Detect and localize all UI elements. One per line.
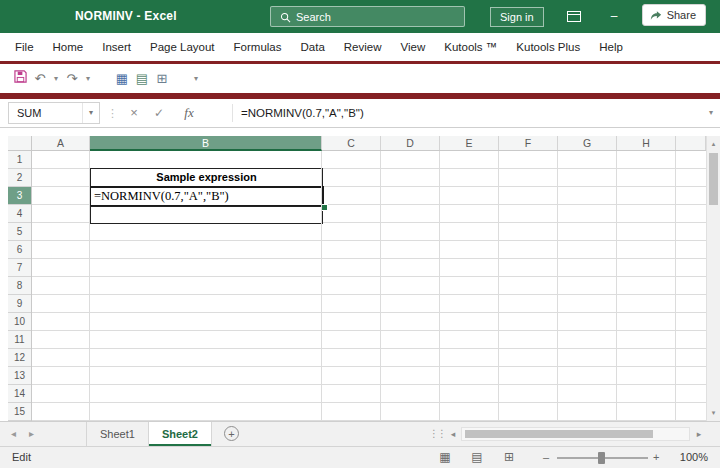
menu-tab-file[interactable]: File	[15, 41, 34, 53]
menu-tab-kutools[interactable]: Kutools ™	[444, 41, 497, 53]
expand-formula-bar-button[interactable]: ▾	[709, 99, 713, 127]
excel-window: NORMINV - Excel Search Sign in – □ × Fil…	[0, 0, 720, 468]
minimize-button[interactable]: –	[594, 0, 634, 33]
row-header-8[interactable]: 8	[8, 277, 31, 295]
check-icon: ✓	[154, 106, 164, 120]
menu-tab-formulas[interactable]: Formulas	[234, 41, 282, 53]
status-bar: Edit ▦ ▤ ⊞ – + 100%	[0, 446, 720, 468]
menu-tab-help[interactable]: Help	[599, 41, 623, 53]
undo-button[interactable]: ↶	[30, 69, 50, 89]
redo-button[interactable]: ↷	[62, 69, 82, 89]
cancel-button[interactable]: ×	[123, 99, 145, 127]
row-header-1[interactable]: 1	[8, 151, 31, 169]
row-header-12[interactable]: 12	[8, 349, 31, 367]
row-header-13[interactable]: 13	[8, 367, 31, 385]
menu-bar: FileHomeInsertPage LayoutFormulasDataRev…	[0, 33, 720, 61]
zoom-percentage[interactable]: 100%	[680, 447, 708, 468]
horizontal-scroll-thumb[interactable]	[465, 430, 653, 438]
page-layout-view-button[interactable]: ▤	[468, 447, 486, 468]
zoom-slider[interactable]	[557, 457, 648, 459]
redo-icon: ↷	[67, 71, 78, 86]
column-header-b[interactable]: B	[90, 136, 322, 151]
chevron-down-icon[interactable]: ▾	[82, 103, 99, 123]
column-header-d[interactable]: D	[381, 136, 440, 150]
menu-tab-review[interactable]: Review	[344, 41, 382, 53]
cell-b4[interactable]	[90, 206, 323, 224]
picture-icon: ▤	[136, 71, 148, 86]
row-header-10[interactable]: 10	[8, 313, 31, 331]
previous-sheet-button[interactable]: ◂	[11, 422, 16, 446]
column-headers: ABCDEFGH	[32, 136, 706, 151]
column-header-a[interactable]: A	[32, 136, 90, 150]
column-header-h[interactable]: H	[617, 136, 676, 150]
redo-dropdown[interactable]: ▾	[82, 74, 94, 83]
select-all-corner[interactable]	[8, 136, 32, 151]
insert-picture-button[interactable]: ▤	[132, 69, 152, 89]
menu-tab-kutools-plus[interactable]: Kutools Plus	[516, 41, 580, 53]
fill-handle[interactable]	[321, 204, 328, 211]
cell-b2[interactable]: Sample expression	[90, 168, 323, 187]
window-icon: ⊞	[157, 71, 168, 86]
borders-button[interactable]: ▦	[112, 69, 132, 89]
name-box[interactable]: SUM ▾	[8, 102, 100, 124]
column-header-e[interactable]: E	[440, 136, 499, 150]
column-header-c[interactable]: C	[322, 136, 381, 150]
menu-tab-insert[interactable]: Insert	[102, 41, 131, 53]
column-header-f[interactable]: F	[499, 136, 558, 150]
column-header-partial[interactable]	[676, 136, 706, 150]
undo-icon: ↶	[35, 71, 46, 86]
search-box[interactable]: Search	[270, 6, 465, 27]
customize-quick-access-button[interactable]: ▾	[190, 74, 202, 83]
tab-splitter-handle[interactable]: ⋮⋮	[429, 422, 445, 446]
normal-view-button[interactable]: ▦	[436, 447, 454, 468]
row-header-9[interactable]: 9	[8, 295, 31, 313]
cell-grid[interactable]: Sample expression =NORMINV(0.7,"A","B")	[32, 151, 706, 421]
gridline-vertical	[498, 151, 499, 421]
switch-windows-button[interactable]: ⊞	[152, 69, 172, 89]
row-header-3[interactable]: 3	[8, 187, 31, 205]
scroll-up-button[interactable]: ▴	[707, 137, 720, 151]
sign-in-button[interactable]: Sign in	[490, 7, 544, 27]
sheet-tab-sheet2[interactable]: Sheet2	[149, 422, 212, 446]
share-button[interactable]: Share	[642, 4, 706, 26]
page-break-view-button[interactable]: ⊞	[500, 447, 518, 468]
row-header-5[interactable]: 5	[8, 223, 31, 241]
undo-dropdown[interactable]: ▾	[50, 74, 62, 83]
scroll-down-button[interactable]: ▾	[707, 406, 720, 420]
menu-tab-home[interactable]: Home	[53, 41, 84, 53]
column-header-g[interactable]: G	[558, 136, 617, 150]
gridline-vertical	[557, 151, 558, 421]
add-sheet-button[interactable]: +	[224, 426, 239, 441]
vertical-scroll-thumb[interactable]	[709, 153, 718, 205]
save-button[interactable]	[10, 69, 30, 89]
scroll-right-button[interactable]: ▸	[692, 427, 706, 441]
sheet-area: ABCDEFGH 123456789101112131415 Sample ex…	[8, 136, 706, 421]
row-header-4[interactable]: 4	[8, 205, 31, 223]
menu-tab-view[interactable]: View	[401, 41, 426, 53]
horizontal-scrollbar[interactable]	[461, 427, 690, 441]
enter-button[interactable]: ✓	[148, 99, 170, 127]
chevron-down-icon: ▾	[54, 74, 58, 83]
ribbon-display-options-button[interactable]	[554, 0, 594, 33]
sheet-tab-sheet1[interactable]: Sheet1	[86, 422, 149, 446]
gridline-vertical	[89, 151, 90, 421]
row-header-7[interactable]: 7	[8, 259, 31, 277]
scroll-left-button[interactable]: ◂	[446, 427, 460, 441]
zoom-out-button[interactable]: –	[543, 447, 549, 468]
row-header-11[interactable]: 11	[8, 331, 31, 349]
row-header-14[interactable]: 14	[8, 385, 31, 403]
row-header-6[interactable]: 6	[8, 241, 31, 259]
vertical-scrollbar[interactable]: ▴ ▾	[706, 136, 720, 421]
cell-b3[interactable]: =NORMINV(0.7,"A","B")	[89, 186, 324, 207]
zoom-slider-thumb[interactable]	[598, 452, 605, 464]
row-header-2[interactable]: 2	[8, 169, 31, 187]
insert-function-button[interactable]: fx	[178, 99, 200, 127]
fx-icon: fx	[184, 105, 193, 120]
menu-tab-data[interactable]: Data	[301, 41, 325, 53]
row-header-15[interactable]: 15	[8, 403, 31, 421]
next-sheet-button[interactable]: ▸	[29, 422, 34, 446]
chevron-down-icon: ▾	[86, 74, 90, 83]
formula-input[interactable]: =NORMINV(0.7,"A","B")	[241, 99, 364, 127]
zoom-in-button[interactable]: +	[653, 447, 659, 468]
menu-tab-page-layout[interactable]: Page Layout	[150, 41, 215, 53]
